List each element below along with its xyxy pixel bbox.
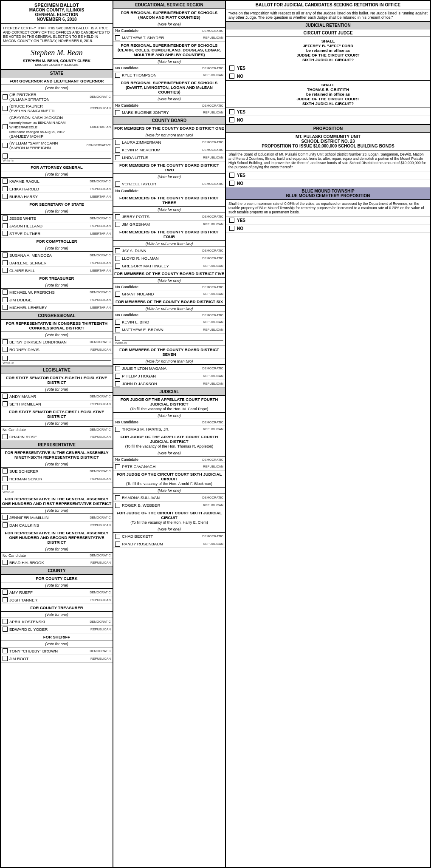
checkbox[interactable] [3, 94, 8, 99]
checkbox[interactable] [3, 560, 8, 565]
checkbox[interactable] [3, 515, 8, 520]
checkbox[interactable] [115, 35, 120, 40]
candidate-row[interactable]: KWAME RAOUL DEMOCRATIC [1, 178, 113, 185]
candidate-row[interactable]: (GRAYSON KASH JACKSONformerly known as B… [1, 114, 113, 140]
candidate-row[interactable]: KEVIN L. BIRD REPUBLICAN [113, 318, 225, 326]
write-in-checkbox[interactable] [3, 356, 8, 361]
write-in-row[interactable]: Write-in [1, 354, 113, 366]
candidate-row[interactable]: STEVE DUTNER LIBERTARIAN [1, 230, 113, 238]
ford-yes-row[interactable]: YES [226, 64, 430, 72]
candidate-row[interactable]: JOSH TANNER REPUBLICAN [1, 596, 113, 604]
candidate-row[interactable]: DARLENE SENGER REPUBLICAN [1, 259, 113, 267]
checkbox[interactable] [115, 140, 120, 145]
checkbox[interactable] [3, 434, 8, 439]
candidate-row[interactable]: BUBBA HARSY LIBERTARIAN [1, 193, 113, 201]
checkbox[interactable] [3, 590, 8, 595]
griffith-yes-checkbox[interactable] [229, 109, 234, 114]
checkbox[interactable] [115, 248, 120, 253]
checkbox[interactable] [3, 143, 8, 148]
checkbox[interactable] [115, 542, 120, 547]
checkbox[interactable] [3, 106, 8, 111]
candidate-row[interactable]: JIM DODGE REPUBLICAN [1, 296, 113, 304]
candidate-row[interactable]: JOHN D JACKSON REPUBLICAN [113, 380, 225, 388]
checkbox[interactable] [3, 339, 8, 344]
checkbox[interactable] [115, 110, 120, 115]
checkbox[interactable] [115, 366, 120, 371]
checkbox[interactable] [115, 503, 120, 508]
candidate-row[interactable]: EDWARD D. YODER REPUBLICAN [1, 626, 113, 633]
checkbox[interactable] [3, 231, 8, 236]
candidate-row[interactable]: LAURA ZIMMERMAN DEMOCRATIC [113, 139, 225, 146]
candidate-row[interactable]: SETH McMILLAN REPUBLICAN [1, 400, 113, 408]
mt-pulaski-yes-row[interactable]: YES [226, 171, 430, 179]
candidate-row[interactable]: LINDA LITTLE REPUBLICAN [113, 154, 225, 162]
checkbox[interactable] [115, 292, 120, 297]
checkbox[interactable] [3, 289, 8, 295]
write-in-checkbox[interactable] [3, 153, 8, 159]
checkbox[interactable] [3, 627, 8, 632]
checkbox[interactable] [3, 194, 8, 199]
checkbox[interactable] [115, 214, 120, 219]
write-in-row[interactable]: Write-in [1, 151, 113, 164]
checkbox[interactable] [115, 155, 120, 160]
candidate-row[interactable]: JAY A. DUNN DEMOCRATIC [113, 247, 225, 255]
checkbox[interactable] [3, 656, 8, 661]
candidate-row[interactable]: CHAPIN ROSE REPUBLICAN [1, 433, 113, 441]
checkbox[interactable] [3, 268, 8, 273]
blue-mound-no-row[interactable]: NO [226, 224, 430, 233]
candidate-row[interactable]: RODNEY DAVIS REPUBLICAN [1, 346, 113, 354]
checkbox[interactable] [3, 394, 8, 399]
candidate-row[interactable]: ANDY MANAR DEMOCRATIC [1, 393, 113, 400]
checkbox[interactable] [3, 619, 8, 624]
checkbox[interactable] [115, 264, 120, 269]
ford-no-checkbox[interactable] [229, 74, 234, 79]
blue-mound-yes-row[interactable]: YES [226, 216, 430, 224]
candidate-row[interactable]: BETSY DIRKSEN LONDRIGAN DEMOCRATIC [1, 338, 113, 346]
candidate-row[interactable]: JENNIFER McMILLIN DEMOCRATIC [1, 514, 113, 522]
checkbox[interactable] [3, 186, 8, 191]
checkbox[interactable] [115, 182, 120, 187]
candidate-row[interactable]: GREGORY MATTINGLEY REPUBLICAN [113, 262, 225, 270]
checkbox[interactable] [115, 374, 120, 379]
checkbox[interactable] [3, 347, 8, 352]
candidate-row[interactable]: MATTHEW T. SNYDER REPUBLICAN [113, 34, 225, 42]
mt-pulaski-yes-checkbox[interactable] [229, 173, 234, 178]
candidate-row[interactable]: VERZELL TAYLOR DEMOCRATIC [113, 180, 225, 188]
checkbox[interactable] [3, 260, 8, 265]
candidate-row[interactable]: BRAD HALBROOK REPUBLICAN [1, 559, 113, 567]
candidate-row[interactable]: (WILLIAM "SAM" McCANN(AARON MERREIGHN CO… [1, 140, 113, 151]
griffith-no-row[interactable]: NO [226, 116, 430, 124]
checkbox[interactable] [3, 252, 8, 258]
candidate-row[interactable]: JASON HELLAND REPUBLICAN [1, 222, 113, 230]
candidate-row[interactable]: JERRY POTTS DEMOCRATIC [113, 213, 225, 221]
candidate-row[interactable]: THOMAS M. HARRIS, JR. REPUBLICAN [113, 425, 225, 433]
checkbox[interactable] [3, 476, 8, 481]
candidate-row[interactable]: SUE SCHERER DEMOCRATIC [1, 468, 113, 475]
mt-pulaski-no-checkbox[interactable] [229, 181, 234, 186]
checkbox[interactable] [3, 648, 8, 653]
checkbox[interactable] [115, 148, 120, 153]
candidate-row[interactable]: ERIKA HAROLD REPUBLICAN [1, 185, 113, 193]
blue-mound-no-checkbox[interactable] [229, 226, 234, 231]
write-in-row[interactable]: Write-in [113, 334, 225, 346]
griffith-yes-row[interactable]: YES [226, 108, 430, 116]
candidate-row[interactable]: APRIL KOSTENSKI DEMOCRATIC [1, 618, 113, 626]
candidate-row[interactable]: RAMONA SULLIVAN DEMOCRATIC [113, 494, 225, 502]
checkbox[interactable] [115, 73, 120, 78]
checkbox[interactable] [3, 305, 8, 310]
checkbox[interactable] [115, 495, 120, 500]
candidate-row[interactable]: MARK EUGENE JONTRY REPUBLICAN [113, 109, 225, 116]
candidate-row[interactable]: CLAIRE BALL LIBERTARIAN [1, 267, 113, 275]
checkbox[interactable] [3, 522, 8, 528]
checkbox[interactable] [115, 320, 120, 325]
candidate-row[interactable]: (JB PRITZKER(JULIANA STRATTON DEMOCRATIC [1, 91, 113, 103]
checkbox[interactable] [3, 223, 8, 228]
candidate-row[interactable]: JESSE WHITE DEMOCRATIC [1, 215, 113, 222]
candidate-row[interactable]: JULIE TILTON MAGANA DEMOCRATIC [113, 365, 225, 372]
checkbox[interactable] [3, 297, 8, 302]
candidate-row[interactable]: MICHAEL LEHENEY LIBERTARIAN [1, 304, 113, 312]
checkbox[interactable] [3, 216, 8, 221]
candidate-row[interactable]: KEVIN P. MEACHUM DEMOCRATIC [113, 146, 225, 154]
checkbox[interactable] [115, 327, 120, 332]
candidate-row[interactable]: MATTHEW E. BROWN REPUBLICAN [113, 326, 225, 334]
